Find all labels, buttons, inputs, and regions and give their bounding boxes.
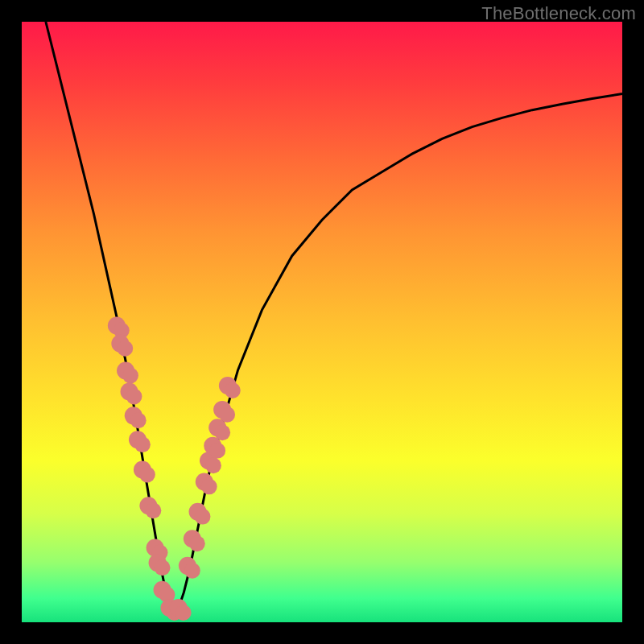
data-point — [184, 563, 200, 579]
data-point — [175, 605, 192, 621]
bottleneck-curve — [46, 22, 622, 610]
chart-frame — [22, 22, 622, 622]
data-point — [134, 436, 151, 452]
data-point — [122, 368, 138, 384]
data-point — [126, 389, 142, 405]
data-point — [225, 382, 241, 398]
data-point — [130, 412, 147, 428]
data-point — [189, 535, 205, 551]
data-point — [145, 502, 161, 518]
watermark-text: TheBottleneck.com — [481, 3, 636, 24]
data-point — [205, 457, 221, 473]
data-point — [195, 509, 211, 525]
data-point — [155, 559, 171, 576]
data-point — [139, 467, 155, 483]
data-point — [209, 443, 225, 459]
data-points — [108, 316, 241, 621]
data-point — [201, 479, 217, 495]
data-point — [219, 407, 235, 423]
data-point — [117, 341, 133, 357]
data-point — [214, 424, 230, 440]
chart-svg — [22, 22, 622, 622]
